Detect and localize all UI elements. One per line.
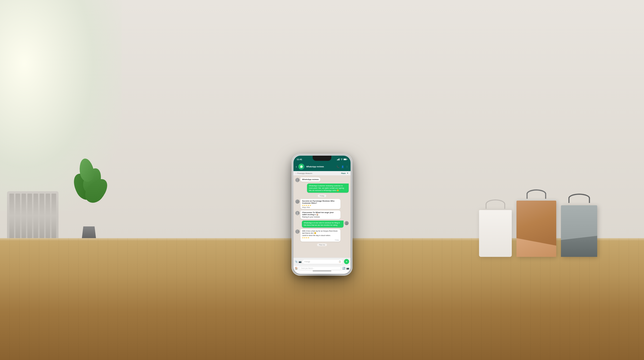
radiator-fins (9, 194, 56, 238)
radiator-fin (52, 194, 56, 238)
call-icon[interactable]: 📞 (336, 165, 339, 168)
subheader-back[interactable]: ‹ (296, 172, 296, 174)
svg-rect-0 (337, 160, 338, 160)
scene-background: 11:41 (0, 0, 644, 360)
msg-text: WhatsApp Customer reviewing customer to … (309, 185, 347, 192)
bubble-received-3: Checsomer To Whart ten augn your sallet … (300, 211, 340, 219)
svg-rect-2 (338, 159, 339, 160)
svg-point-11 (296, 202, 298, 203)
input-icon-left[interactable]: 🏠 (295, 267, 298, 270)
radiator-fin (16, 194, 20, 238)
star-rating-2: ★★★★ (302, 237, 339, 239)
chat-input-area-2: 🏠 Cand you favors... 🔄 📷 (294, 265, 350, 271)
chat-input-area-1: 📎 📷 Fotrage 📋 ● (294, 258, 350, 265)
phone-shadow (298, 273, 346, 280)
signal-icon (337, 158, 340, 160)
message-sent-2: WhatsApp is to be note th convloue for f… (295, 221, 349, 228)
svg-point-16 (297, 230, 298, 232)
phone-notch (313, 156, 331, 161)
subheader-right-area: Flaon + (341, 172, 348, 174)
msg-title: WhatsApp reviews (302, 178, 319, 181)
status-time: 11:41 (297, 158, 302, 160)
svg-point-14 (346, 222, 347, 223)
input-placeholder-2: Cand you favors... (301, 267, 314, 269)
back-button[interactable]: ‹ (296, 165, 297, 168)
msg-title-2: Sucome an Fycomage Reviews Who Customer … (302, 200, 339, 204)
wifi-icon (340, 158, 343, 160)
bag-handle (568, 194, 590, 203)
radiator-fin (9, 194, 14, 238)
shopping-bags (479, 201, 597, 257)
input-right-icons: 📋 (338, 261, 341, 263)
svg-point-10 (297, 200, 298, 202)
radiator-fin (46, 194, 50, 238)
subheader-add-btn[interactable]: + (347, 172, 348, 174)
phone-screen: 11:41 (294, 156, 350, 274)
input-icons-left: 📎 📷 (295, 260, 302, 263)
shopping-bag-tan (516, 201, 556, 257)
camera-icon[interactable]: 📷 (298, 260, 302, 263)
msg-text-sent: WhatsApp is to be note th convloue for f… (304, 222, 342, 226)
svg-rect-6 (347, 159, 347, 160)
message-sent-1: WhatsApp Customer reviewing customer to … (295, 184, 349, 193)
status-icons (337, 158, 347, 160)
bag-handle (526, 189, 546, 199)
camera-icon-2[interactable]: 📷 (346, 267, 349, 270)
msg-text-4: With It lice a fave dy for an fonyou Res… (302, 230, 339, 235)
message-input-box-2[interactable]: Cand you favors... (299, 266, 341, 270)
plant-leaves (70, 158, 108, 229)
svg-rect-5 (344, 159, 346, 160)
subheader-left: ‹ Prownpyju Measurrs (296, 172, 312, 174)
message-avatar-sent (344, 221, 349, 225)
message-received-3: Checsomer To Whart ten augn your sallet … (295, 211, 349, 219)
svg-point-17 (296, 232, 298, 233)
svg-point-13 (296, 214, 298, 215)
plant-pot (82, 226, 96, 238)
bag-fold (561, 236, 597, 257)
radiator-fin (28, 194, 32, 238)
sub-header: ‹ Prownpyju Measurrs Flaon + (294, 171, 350, 175)
mic-icon: ● (346, 260, 347, 263)
message-avatar (295, 178, 300, 182)
svg-point-15 (346, 224, 348, 225)
msg-time: Friday (302, 239, 339, 241)
attachment-icon[interactable]: 📎 (295, 260, 298, 263)
svg-point-12 (297, 212, 298, 213)
bag-fold (516, 238, 556, 257)
menu-icon[interactable]: ⋮ (346, 165, 348, 168)
msg-title-3: Checsomer To Whart ten augn your sallet … (302, 211, 339, 216)
message-received-4: With It lice a fave dy for an fonyou Res… (295, 229, 349, 242)
svg-point-8 (297, 179, 298, 180)
phone-wrapper: 11:41 (292, 154, 352, 276)
day-divider-plan: Plan ms (317, 244, 327, 246)
message-input-box[interactable]: Fotrage 📋 (302, 260, 343, 264)
home-indicator (313, 270, 331, 271)
chat-title: WhatsApp reviews (306, 165, 335, 168)
bag-handle (486, 200, 505, 209)
message-received-1: WhatsApp reviews (295, 177, 349, 182)
svg-point-9 (296, 181, 298, 182)
day-divider-friday: Friday (318, 195, 326, 197)
chat-area: WhatsApp reviews WhatsApp Customer revie… (294, 175, 350, 258)
whatsapp-header: ‹ WhatsApp reviews 📞 👤 ⋮ (294, 162, 350, 171)
video-icon[interactable]: 👤 (341, 165, 344, 168)
radiator-fin (40, 194, 44, 238)
phone-device: 11:41 (292, 154, 352, 276)
bubble-received-2: Sucome an Fycomage Reviews Who Customer … (300, 199, 340, 209)
shopping-bag-white (479, 210, 512, 257)
svg-rect-1 (338, 159, 338, 160)
send-button[interactable]: ● (344, 259, 349, 264)
svg-rect-3 (339, 158, 340, 160)
clipboard-icon[interactable]: 📋 (338, 261, 341, 263)
bubble-received-4: With It lice a fave dy for an fonyou Res… (300, 229, 340, 242)
input-placeholder: Fotrage (304, 261, 310, 263)
battery-icon (344, 158, 347, 160)
header-icons: 📞 👤 ⋮ (336, 165, 348, 168)
chat-avatar (298, 163, 304, 170)
sticker-icon[interactable]: 🔄 (342, 267, 345, 270)
message-avatar-2 (295, 200, 300, 204)
whatsapp-logo (300, 165, 303, 168)
bubble-sent-green-2: WhatsApp is to be note th convloue for f… (302, 221, 344, 228)
msg-subtitle: Allays Hilse (302, 207, 339, 208)
subheader-right-btn[interactable]: Flaon (341, 172, 346, 174)
